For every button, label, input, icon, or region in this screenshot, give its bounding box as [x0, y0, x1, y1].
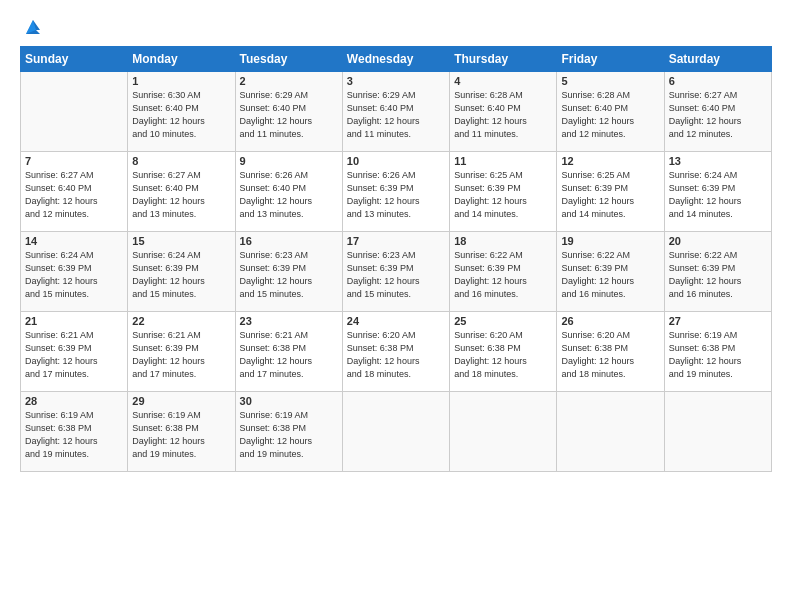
day-number: 14 [25, 235, 123, 247]
calendar-cell: 1Sunrise: 6:30 AM Sunset: 6:40 PM Daylig… [128, 72, 235, 152]
day-number: 23 [240, 315, 338, 327]
calendar-day-header: Saturday [664, 47, 771, 72]
calendar-cell: 15Sunrise: 6:24 AM Sunset: 6:39 PM Dayli… [128, 232, 235, 312]
day-info: Sunrise: 6:22 AM Sunset: 6:39 PM Dayligh… [454, 249, 552, 301]
calendar-cell: 16Sunrise: 6:23 AM Sunset: 6:39 PM Dayli… [235, 232, 342, 312]
calendar-cell: 17Sunrise: 6:23 AM Sunset: 6:39 PM Dayli… [342, 232, 449, 312]
day-number: 12 [561, 155, 659, 167]
calendar-day-header: Tuesday [235, 47, 342, 72]
calendar-cell: 6Sunrise: 6:27 AM Sunset: 6:40 PM Daylig… [664, 72, 771, 152]
calendar-cell: 18Sunrise: 6:22 AM Sunset: 6:39 PM Dayli… [450, 232, 557, 312]
day-info: Sunrise: 6:27 AM Sunset: 6:40 PM Dayligh… [669, 89, 767, 141]
calendar-cell: 3Sunrise: 6:29 AM Sunset: 6:40 PM Daylig… [342, 72, 449, 152]
day-info: Sunrise: 6:23 AM Sunset: 6:39 PM Dayligh… [240, 249, 338, 301]
calendar-cell [664, 392, 771, 472]
day-number: 26 [561, 315, 659, 327]
day-number: 25 [454, 315, 552, 327]
day-info: Sunrise: 6:25 AM Sunset: 6:39 PM Dayligh… [561, 169, 659, 221]
day-number: 30 [240, 395, 338, 407]
day-number: 9 [240, 155, 338, 167]
calendar-cell: 22Sunrise: 6:21 AM Sunset: 6:39 PM Dayli… [128, 312, 235, 392]
calendar-day-header: Thursday [450, 47, 557, 72]
day-number: 20 [669, 235, 767, 247]
day-info: Sunrise: 6:24 AM Sunset: 6:39 PM Dayligh… [132, 249, 230, 301]
day-info: Sunrise: 6:29 AM Sunset: 6:40 PM Dayligh… [347, 89, 445, 141]
day-number: 18 [454, 235, 552, 247]
calendar-day-header: Wednesday [342, 47, 449, 72]
day-info: Sunrise: 6:23 AM Sunset: 6:39 PM Dayligh… [347, 249, 445, 301]
day-info: Sunrise: 6:22 AM Sunset: 6:39 PM Dayligh… [669, 249, 767, 301]
calendar-cell: 7Sunrise: 6:27 AM Sunset: 6:40 PM Daylig… [21, 152, 128, 232]
header [20, 16, 772, 38]
calendar-cell [450, 392, 557, 472]
day-number: 19 [561, 235, 659, 247]
calendar-cell: 5Sunrise: 6:28 AM Sunset: 6:40 PM Daylig… [557, 72, 664, 152]
day-info: Sunrise: 6:26 AM Sunset: 6:40 PM Dayligh… [240, 169, 338, 221]
day-number: 4 [454, 75, 552, 87]
calendar-cell: 9Sunrise: 6:26 AM Sunset: 6:40 PM Daylig… [235, 152, 342, 232]
calendar-day-header: Monday [128, 47, 235, 72]
day-number: 16 [240, 235, 338, 247]
calendar-day-header: Friday [557, 47, 664, 72]
day-info: Sunrise: 6:19 AM Sunset: 6:38 PM Dayligh… [669, 329, 767, 381]
day-number: 1 [132, 75, 230, 87]
calendar-cell [21, 72, 128, 152]
calendar-cell: 8Sunrise: 6:27 AM Sunset: 6:40 PM Daylig… [128, 152, 235, 232]
day-info: Sunrise: 6:19 AM Sunset: 6:38 PM Dayligh… [132, 409, 230, 461]
calendar-cell: 25Sunrise: 6:20 AM Sunset: 6:38 PM Dayli… [450, 312, 557, 392]
day-number: 24 [347, 315, 445, 327]
calendar-cell: 10Sunrise: 6:26 AM Sunset: 6:39 PM Dayli… [342, 152, 449, 232]
calendar-cell: 2Sunrise: 6:29 AM Sunset: 6:40 PM Daylig… [235, 72, 342, 152]
day-number: 28 [25, 395, 123, 407]
calendar-header-row: SundayMondayTuesdayWednesdayThursdayFrid… [21, 47, 772, 72]
day-number: 10 [347, 155, 445, 167]
calendar-cell: 30Sunrise: 6:19 AM Sunset: 6:38 PM Dayli… [235, 392, 342, 472]
calendar-cell: 11Sunrise: 6:25 AM Sunset: 6:39 PM Dayli… [450, 152, 557, 232]
logo [20, 16, 44, 38]
calendar-cell: 24Sunrise: 6:20 AM Sunset: 6:38 PM Dayli… [342, 312, 449, 392]
day-info: Sunrise: 6:24 AM Sunset: 6:39 PM Dayligh… [669, 169, 767, 221]
day-info: Sunrise: 6:19 AM Sunset: 6:38 PM Dayligh… [240, 409, 338, 461]
day-info: Sunrise: 6:21 AM Sunset: 6:39 PM Dayligh… [25, 329, 123, 381]
calendar-cell: 27Sunrise: 6:19 AM Sunset: 6:38 PM Dayli… [664, 312, 771, 392]
day-info: Sunrise: 6:28 AM Sunset: 6:40 PM Dayligh… [454, 89, 552, 141]
calendar-body: 1Sunrise: 6:30 AM Sunset: 6:40 PM Daylig… [21, 72, 772, 472]
calendar-cell: 14Sunrise: 6:24 AM Sunset: 6:39 PM Dayli… [21, 232, 128, 312]
calendar-cell: 13Sunrise: 6:24 AM Sunset: 6:39 PM Dayli… [664, 152, 771, 232]
logo-icon [22, 16, 44, 38]
day-number: 29 [132, 395, 230, 407]
day-number: 22 [132, 315, 230, 327]
day-number: 5 [561, 75, 659, 87]
calendar-week-row: 14Sunrise: 6:24 AM Sunset: 6:39 PM Dayli… [21, 232, 772, 312]
day-info: Sunrise: 6:22 AM Sunset: 6:39 PM Dayligh… [561, 249, 659, 301]
day-info: Sunrise: 6:20 AM Sunset: 6:38 PM Dayligh… [561, 329, 659, 381]
calendar-cell [557, 392, 664, 472]
calendar-cell: 23Sunrise: 6:21 AM Sunset: 6:38 PM Dayli… [235, 312, 342, 392]
day-number: 7 [25, 155, 123, 167]
day-info: Sunrise: 6:24 AM Sunset: 6:39 PM Dayligh… [25, 249, 123, 301]
day-number: 27 [669, 315, 767, 327]
calendar-week-row: 7Sunrise: 6:27 AM Sunset: 6:40 PM Daylig… [21, 152, 772, 232]
calendar-cell: 29Sunrise: 6:19 AM Sunset: 6:38 PM Dayli… [128, 392, 235, 472]
calendar-week-row: 21Sunrise: 6:21 AM Sunset: 6:39 PM Dayli… [21, 312, 772, 392]
day-info: Sunrise: 6:21 AM Sunset: 6:39 PM Dayligh… [132, 329, 230, 381]
calendar-cell: 21Sunrise: 6:21 AM Sunset: 6:39 PM Dayli… [21, 312, 128, 392]
day-number: 15 [132, 235, 230, 247]
calendar: SundayMondayTuesdayWednesdayThursdayFrid… [20, 46, 772, 472]
day-info: Sunrise: 6:26 AM Sunset: 6:39 PM Dayligh… [347, 169, 445, 221]
calendar-cell: 19Sunrise: 6:22 AM Sunset: 6:39 PM Dayli… [557, 232, 664, 312]
day-number: 8 [132, 155, 230, 167]
day-info: Sunrise: 6:28 AM Sunset: 6:40 PM Dayligh… [561, 89, 659, 141]
day-info: Sunrise: 6:20 AM Sunset: 6:38 PM Dayligh… [347, 329, 445, 381]
day-info: Sunrise: 6:30 AM Sunset: 6:40 PM Dayligh… [132, 89, 230, 141]
calendar-week-row: 28Sunrise: 6:19 AM Sunset: 6:38 PM Dayli… [21, 392, 772, 472]
day-info: Sunrise: 6:19 AM Sunset: 6:38 PM Dayligh… [25, 409, 123, 461]
calendar-cell [342, 392, 449, 472]
day-number: 21 [25, 315, 123, 327]
day-info: Sunrise: 6:27 AM Sunset: 6:40 PM Dayligh… [25, 169, 123, 221]
calendar-week-row: 1Sunrise: 6:30 AM Sunset: 6:40 PM Daylig… [21, 72, 772, 152]
calendar-cell: 20Sunrise: 6:22 AM Sunset: 6:39 PM Dayli… [664, 232, 771, 312]
calendar-cell: 28Sunrise: 6:19 AM Sunset: 6:38 PM Dayli… [21, 392, 128, 472]
calendar-day-header: Sunday [21, 47, 128, 72]
day-info: Sunrise: 6:20 AM Sunset: 6:38 PM Dayligh… [454, 329, 552, 381]
